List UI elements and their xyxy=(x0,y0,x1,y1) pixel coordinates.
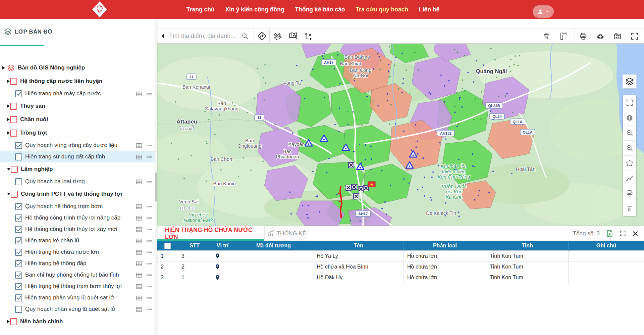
flag-marker-icon[interactable]: ★ xyxy=(368,182,375,187)
more-dots-icon[interactable] xyxy=(146,260,152,267)
layer-checkbox[interactable] xyxy=(15,153,22,160)
layer-group-lâm-nghiệp[interactable]: Lâm nghiệp xyxy=(0,162,155,176)
search-input[interactable] xyxy=(168,32,241,40)
layer-checkbox[interactable] xyxy=(15,272,22,279)
layer-item-hiện-trạng-sử-dụng-đất-cấp-tỉnh[interactable]: Hiện trạng sử dụng đất cấp tỉnh xyxy=(0,151,155,162)
layer-checkbox[interactable] xyxy=(15,142,22,149)
layer-item-hiện-trạng-hệ-thống-trạm-bơm-thủy-lợi[interactable]: Hiện trạng hệ thống trạm bơm thủy lợi xyxy=(0,281,155,292)
table-icon[interactable] xyxy=(136,283,143,290)
table-row[interactable]: 22Hồ chứa xã Hòa BìnhHồ chứa lớnTỉnh Kon… xyxy=(157,261,644,272)
layer-item-hệ-thống-công-trình-thủy-lợi-nâng-cấp[interactable]: Hệ thống công trình thủy lợi nâng cấp xyxy=(0,212,155,224)
nav-item-tra-cứu-quy-hoạch[interactable]: Tra cứu quy hoạch xyxy=(356,6,408,13)
coordinates-button[interactable] xyxy=(301,32,316,41)
layer-checkbox[interactable] xyxy=(15,249,22,256)
layer-checkbox[interactable] xyxy=(15,90,22,97)
locate-button[interactable] xyxy=(270,32,285,41)
tree-caret-icon[interactable] xyxy=(2,66,5,69)
more-dots-icon[interactable] xyxy=(146,91,152,97)
select-all-header[interactable] xyxy=(157,241,178,251)
layer-checkbox[interactable] xyxy=(15,283,22,290)
layer-checkbox[interactable] xyxy=(10,318,17,325)
xbox-marker-icon[interactable] xyxy=(352,184,357,190)
more-dots-icon[interactable] xyxy=(146,238,152,244)
layer-checkbox[interactable] xyxy=(15,294,22,301)
basemap-layers-button[interactable] xyxy=(623,75,636,88)
directions-button[interactable] xyxy=(254,32,269,41)
more-dots-icon[interactable] xyxy=(146,295,152,301)
xbox-marker-icon[interactable] xyxy=(358,187,364,192)
table-icon[interactable] xyxy=(136,260,143,267)
layer-group-chăn-nuôi[interactable]: Chăn nuôi xyxy=(0,113,155,126)
layer-item-ban-chỉ-huy-phòng-chống-lụt-bão-tỉnh[interactable]: Ban chỉ huy phòng chống lụt bão tỉnh xyxy=(0,269,155,281)
table-icon[interactable] xyxy=(136,203,143,210)
layer-checkbox[interactable] xyxy=(11,166,18,173)
search-icon[interactable] xyxy=(241,33,249,40)
layer-checkbox[interactable] xyxy=(10,103,17,110)
xbox-marker-icon[interactable] xyxy=(346,185,351,190)
table-icon[interactable] xyxy=(136,178,143,185)
layer-group-nền-hành-chính[interactable]: Nền hành chính xyxy=(0,315,155,328)
layer-group-trồng-trọt[interactable]: Trồng trọt xyxy=(0,126,155,140)
pin-icon[interactable] xyxy=(215,264,220,270)
more-dots-icon[interactable] xyxy=(146,249,152,255)
nav-item-liên-hệ[interactable]: Liên hệ xyxy=(419,6,439,13)
scrollbar-thumb[interactable] xyxy=(155,173,157,201)
map-control-zoom-in[interactable] xyxy=(623,141,636,156)
more-dots-icon[interactable] xyxy=(146,142,152,149)
layer-checkbox[interactable] xyxy=(15,226,22,233)
map-fullscreen-button[interactable] xyxy=(626,29,643,43)
layer-checkbox[interactable] xyxy=(11,191,18,198)
xbox-marker-icon[interactable] xyxy=(348,162,354,168)
pin-icon[interactable] xyxy=(215,275,220,280)
select-all-checkbox[interactable] xyxy=(164,243,171,249)
map-measure-button[interactable] xyxy=(555,29,572,43)
layer-item-hệ-thống-công-trình-thủy-lợi-xây-mới[interactable]: Hệ thống công trình thủy lợi xây mới xyxy=(0,224,155,235)
tree-caret-icon[interactable] xyxy=(7,104,10,108)
more-dots-icon[interactable] xyxy=(146,306,152,313)
map-control-info[interactable] xyxy=(623,110,636,126)
layer-checkbox[interactable] xyxy=(10,78,17,85)
table-icon[interactable] xyxy=(136,214,143,222)
expand-panel-button[interactable] xyxy=(620,230,626,237)
layer-group-bản-đồ-gis-nông-nghiệp[interactable]: Bản đồ GIS Nông nghiệp xyxy=(0,61,155,75)
layer-item-hiện-trạng-kè-chắn-lũ[interactable]: Hiện trạng kè chắn lũ xyxy=(0,235,155,246)
excel-export-button[interactable] xyxy=(606,230,613,237)
close-panel-button[interactable] xyxy=(632,230,639,237)
map-control-print[interactable] xyxy=(623,186,636,201)
xbox-marker-icon[interactable] xyxy=(354,194,359,199)
layer-checkbox[interactable] xyxy=(10,116,17,123)
layer-item-quy-hoạch-ba-loại-rừng[interactable]: Quy hoạch ba loại rừng xyxy=(0,176,155,187)
layer-checkbox[interactable] xyxy=(15,178,22,185)
map-print-button[interactable] xyxy=(575,29,592,43)
tree-caret-icon[interactable] xyxy=(7,118,10,121)
map-control-delete[interactable] xyxy=(623,201,636,216)
more-dots-icon[interactable] xyxy=(146,272,152,278)
layer-item-quy-hoạch-vùng-trồng-cây-dược-liệu[interactable]: Quy hoạch vùng trồng cây dược liệu xyxy=(0,140,155,151)
pin-icon[interactable] xyxy=(215,253,220,259)
pin-cell[interactable] xyxy=(211,251,234,261)
tree-caret-icon[interactable] xyxy=(7,80,10,83)
layer-group-công-trình-pctt-và-hệ-thống-thủy-lợi[interactable]: Công trình PCTT và hệ thống thủy lợi xyxy=(0,187,155,201)
layer-item-hiện-trạng-nhà-máy-cấp-nước[interactable]: Hiện trạng nhà máy cấp nước xyxy=(0,88,155,99)
map-canvas[interactable]: ★ AH1711QL24BQL24QL1AQL1A11AH132AH17 Ban… xyxy=(157,43,644,226)
table-icon[interactable] xyxy=(136,294,143,301)
table-icon[interactable] xyxy=(136,226,143,233)
layer-group-hệ-thống-cấp-nước-liên-huyện[interactable]: Hệ thống cấp nước liên huyện xyxy=(0,75,155,88)
layer-checkbox[interactable] xyxy=(15,203,22,210)
more-dots-icon[interactable] xyxy=(146,154,152,160)
layer-checkbox[interactable] xyxy=(15,306,22,313)
layer-item-quy-hoạch-hệ-thống-trạm-bơm[interactable]: Quy hoạch hệ thống trạm bơm xyxy=(0,201,155,212)
table-row[interactable]: 31Hồ Đăk UyHồ chứa lớnTỉnh Kon Tum xyxy=(157,272,644,283)
site-logo[interactable] xyxy=(91,1,108,18)
map-control-zoom-out[interactable] xyxy=(623,126,636,141)
layer-checkbox[interactable] xyxy=(15,260,22,267)
tree-caret-icon[interactable] xyxy=(7,168,10,171)
pin-cell[interactable] xyxy=(211,272,234,283)
tab-thong-ke[interactable]: THỐNG KÊ xyxy=(264,226,309,241)
nav-item-xin-ý-kiến-cộng-đồng[interactable]: Xin ý kiến cộng đồng xyxy=(225,6,284,13)
map-snapshot-button[interactable] xyxy=(609,29,626,43)
layer-item-hiện-trạng-hồ-chứa-nước-lớn[interactable]: Hiện trạng hồ chứa nước lớn xyxy=(0,246,155,258)
tab-hien-trang-ho-chua[interactable]: HIỆN TRẠNG HỒ CHỨA NƯỚC LỚN xyxy=(157,226,264,241)
more-dots-icon[interactable] xyxy=(146,283,152,290)
table-icon[interactable] xyxy=(136,249,143,256)
